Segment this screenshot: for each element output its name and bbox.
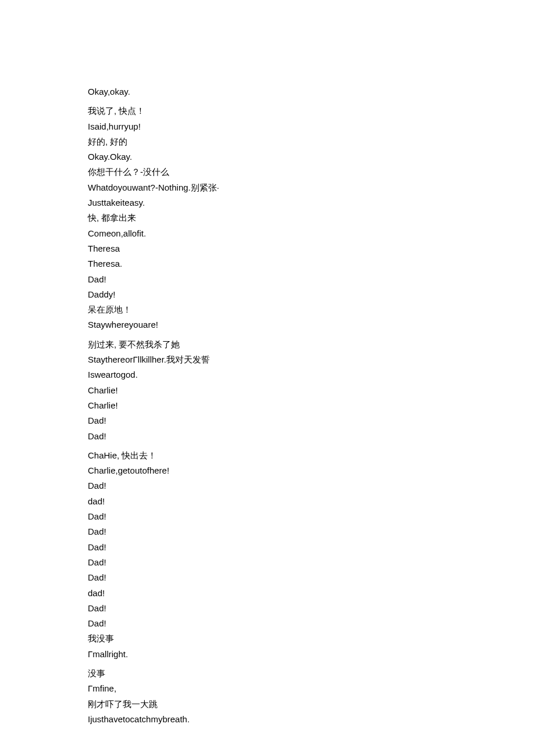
text-line: Dad!	[88, 509, 535, 524]
text-line: Dad!	[88, 272, 535, 287]
text-line: Dad!	[88, 524, 535, 539]
text-line: Okay,okay.	[88, 84, 535, 99]
text-line: Γmallright.	[88, 647, 535, 662]
text-line: 呆在原地！	[88, 302, 535, 317]
text-line: Charlie!	[88, 398, 535, 413]
text-line: 别过来, 要不然我杀了她	[88, 337, 535, 352]
text-line: 快, 都拿出来	[88, 210, 535, 225]
text-line: 你想干什么？-没什么	[88, 164, 535, 180]
paragraph-gap	[88, 444, 535, 448]
text-line: Theresa.	[88, 256, 535, 271]
text-line: 我说了, 快点！	[88, 103, 535, 119]
text-line: Dad!	[88, 429, 535, 444]
document-page: Okay,okay.我说了, 快点！Isaid,hurryup!好的, 好的Ok…	[0, 0, 535, 727]
text-line: Theresa	[88, 241, 535, 256]
text-line: StaythereorΓllkillher.我对天发誓	[88, 352, 535, 367]
text-line: Dad!	[88, 413, 535, 428]
text-line: 刚才吓了我一大跳	[88, 697, 535, 712]
text-line: Staywhereyouare!	[88, 317, 535, 332]
text-line: Daddy!	[88, 287, 535, 302]
text-line: Dad!	[88, 478, 535, 493]
text-line: Isweartogod.	[88, 367, 535, 382]
text-line: Comeon,allofit.	[88, 226, 535, 241]
text-line: Dad!	[88, 555, 535, 570]
text-line: ChaHie, 快出去！	[88, 448, 535, 463]
text-line: dad!	[88, 586, 535, 601]
text-line: Dad!	[88, 616, 535, 631]
text-line: Charlie!	[88, 383, 535, 398]
text-line: Whatdoyouwant?-Nothing.别紧张·	[88, 180, 535, 195]
text-line: Isaid,hurryup!	[88, 119, 535, 134]
text-line: Charlie,getoutofhere!	[88, 463, 535, 478]
text-line: Dad!	[88, 570, 535, 585]
paragraph-gap	[88, 662, 535, 666]
text-line: 没事	[88, 666, 535, 681]
text-line: Justtakeiteasy.	[88, 195, 535, 210]
paragraph-gap	[88, 99, 535, 103]
text-line: dad!	[88, 494, 535, 509]
text-line: Ijusthavetocatchmybreath.	[88, 712, 535, 727]
text-line: Γmfine,	[88, 681, 535, 696]
text-line: 好的, 好的	[88, 134, 535, 149]
text-line: Dad!	[88, 601, 535, 616]
text-line: Okay.Okay.	[88, 149, 535, 164]
paragraph-gap	[88, 333, 535, 337]
text-line: Dad!	[88, 540, 535, 555]
text-line: 我没事	[88, 631, 535, 646]
